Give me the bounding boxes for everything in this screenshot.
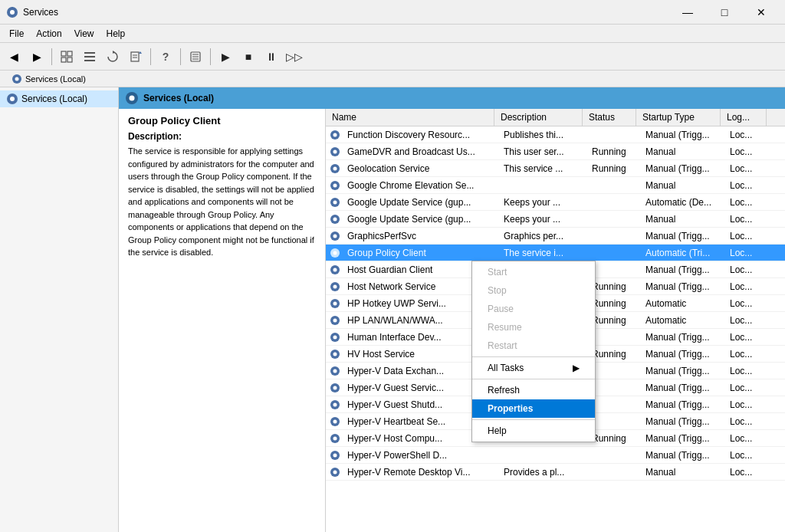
minimize-button[interactable]: — <box>670 0 705 25</box>
table-row[interactable]: Hyper-V Remote Desktop Vi... Provides a … <box>326 464 785 481</box>
td-log: Loc... <box>724 128 770 142</box>
th-log[interactable]: Log... <box>721 109 767 126</box>
left-tree-services-local[interactable]: Services (Local) <box>0 90 118 107</box>
svg-point-1 <box>10 10 15 15</box>
td-log: Loc... <box>724 381 770 395</box>
table-row[interactable]: GraphicsPerfSvc Graphics per... Manual (… <box>326 228 785 245</box>
desc-title: Group Policy Client <box>128 115 316 126</box>
table-row[interactable]: GameDVR and Broadcast Us... This user se… <box>326 143 785 160</box>
table-area: Name Description Status Startup Type Log… <box>326 109 785 532</box>
svg-point-53 <box>333 352 337 356</box>
th-desc[interactable]: Description <box>494 109 583 126</box>
ctx-properties[interactable]: Properties <box>472 399 595 418</box>
td-name: Group Policy Client <box>341 246 498 260</box>
td-name: Geolocation Service <box>341 162 498 176</box>
td-name: GraphicsPerfSvc <box>341 229 498 243</box>
td-status: Running <box>586 145 639 159</box>
service-icon <box>329 163 341 175</box>
menu-help[interactable]: Help <box>100 25 132 43</box>
toolbar-forward[interactable]: ▶ <box>26 46 48 67</box>
td-log: Loc... <box>724 246 770 260</box>
td-startup: Automatic <box>639 314 724 327</box>
menu-file[interactable]: File <box>3 25 30 43</box>
toolbar-pause[interactable]: ⏸ <box>261 46 282 67</box>
svg-point-67 <box>333 470 337 474</box>
desc-label: Description: <box>128 131 316 142</box>
td-startup: Manual (Trigg... <box>639 128 724 142</box>
ctx-resume[interactable]: Resume <box>472 318 595 337</box>
ctx-all-tasks[interactable]: All Tasks ▶ <box>472 359 595 377</box>
th-status[interactable]: Status <box>583 109 636 126</box>
td-log: Loc... <box>724 432 770 445</box>
toolbar-stop[interactable]: ■ <box>238 46 259 67</box>
svg-marker-15 <box>139 51 142 54</box>
table-row-selected[interactable]: Group Policy Client The service i... Aut… <box>326 245 785 261</box>
table-row[interactable]: Google Update Service (gup... Keeps your… <box>326 194 785 211</box>
table-row[interactable]: Hyper-V PowerShell D... Manual (Trigg...… <box>326 447 785 464</box>
svg-rect-8 <box>84 52 95 54</box>
ctx-refresh[interactable]: Refresh <box>472 381 595 399</box>
nav-bar: Services (Local) <box>0 71 785 87</box>
td-startup: Manual (Trigg... <box>639 381 724 395</box>
toolbar-sep-4 <box>210 48 211 65</box>
menu-action[interactable]: Action <box>30 25 67 43</box>
toolbar-help[interactable]: ? <box>155 46 176 67</box>
td-desc: Keeps your ... <box>498 195 586 209</box>
td-name: Hyper-V Remote Desktop Vi... <box>341 465 498 479</box>
toolbar-properties[interactable] <box>185 46 206 67</box>
svg-point-33 <box>333 183 337 187</box>
td-startup: Manual (Trigg... <box>639 229 724 243</box>
content-area: Group Policy Client Description: The ser… <box>119 109 785 532</box>
maximize-button[interactable]: □ <box>707 0 742 25</box>
service-icon <box>329 331 341 343</box>
svg-point-37 <box>333 217 337 221</box>
td-startup: Manual (Trigg... <box>639 398 724 412</box>
table-row[interactable]: Google Update Service (gup... Keeps your… <box>326 211 785 228</box>
service-icon <box>329 264 341 276</box>
nav-services-local[interactable]: Services (Local) <box>6 71 91 87</box>
toolbar-play[interactable]: ▶ <box>215 46 236 67</box>
toolbar-sep-1 <box>51 48 52 65</box>
svg-point-45 <box>333 284 337 288</box>
svg-point-35 <box>333 200 337 204</box>
td-status: Running <box>586 162 639 176</box>
toolbar-export[interactable] <box>125 46 146 67</box>
service-icon <box>329 230 341 242</box>
svg-point-49 <box>333 318 337 322</box>
svg-point-43 <box>333 268 337 271</box>
ctx-help[interactable]: Help <box>472 422 595 440</box>
service-icon <box>329 466 341 478</box>
td-log: Loc... <box>724 314 770 327</box>
ctx-stop[interactable]: Stop <box>472 281 595 300</box>
service-icon <box>329 449 341 461</box>
service-icon <box>329 365 341 377</box>
title-bar-controls: — □ ✕ <box>670 0 779 25</box>
table-row[interactable]: Function Discovery Resourc... Publishes … <box>326 126 785 143</box>
td-startup: Manual <box>639 212 724 226</box>
toolbar-grid[interactable] <box>56 46 77 67</box>
toolbar-back[interactable]: ◀ <box>3 46 25 67</box>
toolbar-list[interactable] <box>79 46 100 67</box>
th-name[interactable]: Name <box>326 109 494 126</box>
table-row[interactable]: Google Chrome Elevation Se... Manual Loc… <box>326 177 785 194</box>
main-area: Services (Local) Services (Local) Group … <box>0 87 785 532</box>
services-header: Services (Local) <box>119 87 785 109</box>
table-header: Name Description Status Startup Type Log… <box>326 109 785 126</box>
svg-point-31 <box>333 166 337 170</box>
ctx-start[interactable]: Start <box>472 263 595 281</box>
ctx-sep-3 <box>472 419 595 420</box>
app-icon <box>6 6 18 18</box>
service-icon <box>329 281 341 293</box>
toolbar-restart[interactable]: ▷▷ <box>284 46 305 67</box>
td-log: Loc... <box>724 212 770 226</box>
close-button[interactable]: ✕ <box>744 0 779 25</box>
toolbar-refresh[interactable] <box>102 46 123 67</box>
services-header-text: Services (Local) <box>143 93 214 103</box>
th-startup[interactable]: Startup Type <box>636 109 721 126</box>
ctx-restart[interactable]: Restart <box>472 337 595 355</box>
menu-view[interactable]: View <box>68 25 100 43</box>
td-log: Loc... <box>724 263 770 277</box>
ctx-pause[interactable]: Pause <box>472 300 595 318</box>
table-row[interactable]: Geolocation Service This service ... Run… <box>326 160 785 177</box>
services-header-icon <box>125 91 139 105</box>
